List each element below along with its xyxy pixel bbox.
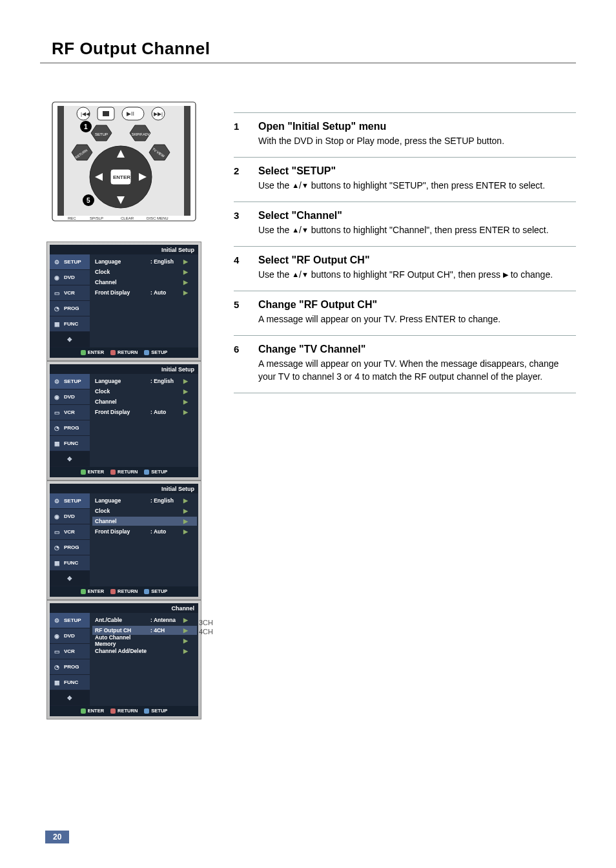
- osd-tab-label: DVD: [64, 394, 75, 400]
- osd-tab-label: SETUP: [64, 498, 81, 504]
- osd-tab-icon: ◔: [52, 543, 61, 552]
- steps-bottom-rule: [234, 393, 576, 393]
- osd-row-label: Front Display: [95, 528, 150, 535]
- osd-tab-label: DVD: [64, 513, 75, 519]
- osd-panel: Initial Setup⚙SETUP◉DVD▭VCR◔PROG▦FUNC✥La…: [46, 361, 201, 480]
- move-icon: ✥: [65, 694, 74, 703]
- step-number: 6: [234, 342, 245, 384]
- osd-footer-enter-icon: [81, 350, 86, 355]
- osd-header: Initial Setup: [50, 364, 198, 374]
- chevron-right-icon: ▶: [181, 518, 188, 524]
- osd-tab-label: VCR: [64, 648, 75, 654]
- spslp-label: SP/SLP: [90, 216, 103, 220]
- osd-tab-icon: ▭: [52, 647, 61, 656]
- osd-footer-enter: ENTER: [81, 708, 104, 714]
- osd-footer-enter: ENTER: [81, 469, 104, 475]
- osd-tab-vcr: ▭VCR: [50, 405, 90, 420]
- osd-row: Language: English▶: [95, 496, 194, 505]
- osd-row-label: Language: [95, 497, 150, 504]
- osd-row: Auto Channel Memory▶: [95, 636, 194, 645]
- osd-row-value: : English: [150, 378, 181, 384]
- osd-tab-label: DVD: [64, 274, 75, 280]
- osd-header: Initial Setup: [50, 245, 198, 254]
- chevron-right-icon: ▶: [181, 398, 188, 405]
- osd-footer-enter-icon: [81, 589, 86, 594]
- next-icon: ▶▶|: [154, 111, 163, 117]
- osd-tab-func: ▦FUNC: [50, 675, 90, 690]
- step-heading: Change "TV Channel": [258, 342, 576, 356]
- up-triangle-icon: ▲: [292, 225, 299, 235]
- osd-footer-setup-label: SETUP: [151, 588, 167, 594]
- osd-row: RF Output CH: 4CH▶: [92, 626, 197, 635]
- step-body: Change "RF Output CH"A message will appe…: [258, 298, 576, 326]
- step-number: 3: [234, 209, 245, 237]
- step: 3Select "Channel"Use the ▲/▼ buttons to …: [234, 202, 576, 246]
- osd-footer-setup-icon: [144, 589, 149, 594]
- osd-tab-label: FUNC: [64, 440, 78, 446]
- osd-footer-enter-label: ENTER: [88, 349, 104, 355]
- osd-footer-return-icon: [110, 350, 116, 355]
- osd-header: Channel: [50, 603, 198, 613]
- osd-tab-label: PROG: [64, 664, 79, 670]
- up-triangle-icon: ▲: [292, 270, 299, 280]
- step: 2Select "SETUP"Use the ▲/▼ buttons to hi…: [234, 157, 576, 202]
- osd-footer-enter: ENTER: [81, 349, 104, 355]
- step-heading: Select "RF Output CH": [258, 253, 576, 267]
- osd-tab-setup: ⚙SETUP: [50, 493, 90, 509]
- osd-tab-setup: ⚙SETUP: [50, 613, 90, 628]
- osd-tab-setup: ⚙SETUP: [50, 254, 90, 270]
- osd-tab-label: VCR: [64, 290, 75, 296]
- osd-footer-return-label: RETURN: [118, 588, 138, 594]
- down-triangle-icon: ▼: [302, 225, 309, 235]
- osd-tab-dvd: ◉DVD: [50, 509, 90, 524]
- osd-footer-setup: SETUP: [144, 469, 167, 475]
- osd-tab-label: FUNC: [64, 560, 78, 566]
- down-triangle-icon: ▼: [302, 270, 309, 280]
- osd-footer-enter-label: ENTER: [88, 708, 104, 714]
- osd-tab-icon: ▦: [52, 559, 61, 568]
- content: |◀◀ ▶II ▶▶| SETUP SKIP/F.ADV RETURN TV V…: [40, 99, 576, 719]
- step-number: 4: [234, 253, 245, 282]
- chevron-right-icon: ▶: [181, 258, 188, 265]
- right-column: 1Open "Initial Setup" menuWith the DVD i…: [234, 99, 576, 719]
- osd-row: Channel▶: [92, 517, 197, 526]
- osd-footer-setup: SETUP: [144, 349, 167, 355]
- osd-footer-setup-icon: [144, 708, 149, 714]
- step-heading: Select "Channel": [258, 209, 576, 223]
- osd-tab-prog: ◔PROG: [50, 540, 90, 555]
- osd-row-label: Language: [95, 258, 150, 265]
- osd-row-label: Front Display: [95, 289, 150, 296]
- osd-footer-return-icon: [110, 470, 116, 475]
- osd-tab-icon: ⚙: [52, 258, 61, 267]
- osd-row-label: RF Output CH: [95, 627, 150, 634]
- osd-footer: ENTERRETURNSETUP: [50, 586, 198, 597]
- osd-footer-return: RETURN: [110, 469, 138, 475]
- play-pause-icon: ▶II: [127, 110, 134, 117]
- step: 4Select "RF Output CH"Use the ▲/▼ button…: [234, 246, 576, 291]
- step-heading: Open "Initial Setup" menu: [258, 119, 576, 134]
- osd-row-label: Channel: [95, 398, 150, 405]
- osd-footer-return-label: RETURN: [118, 349, 138, 355]
- osd-tab-move: ✥: [50, 690, 90, 706]
- step-text: Use the ▲/▼ buttons to highlight "SETUP"…: [258, 180, 576, 192]
- left-column: |◀◀ ▶II ▶▶| SETUP SKIP/F.ADV RETURN TV V…: [40, 99, 208, 719]
- osd-tab-move: ✥: [50, 451, 90, 467]
- rec-label: REC: [68, 216, 76, 220]
- osd-footer-enter: ENTER: [81, 588, 104, 594]
- osd-tab-label: FUNC: [64, 321, 78, 327]
- osd-row-label: Clock: [95, 388, 150, 395]
- osd-tab-dvd: ◉DVD: [50, 389, 90, 405]
- osd-row-label: Ant./Cable: [95, 617, 150, 623]
- osd-row-value: : Auto: [150, 528, 181, 535]
- osd-tab-icon: ▦: [52, 320, 61, 329]
- osd-row-value: : English: [150, 497, 181, 504]
- osd-tab-icon: ▭: [52, 289, 61, 298]
- osd-footer: ENTERRETURNSETUP: [50, 347, 198, 358]
- step-text: A message will appear on your TV. Press …: [258, 313, 576, 326]
- osd-tab-icon: ⚙: [52, 377, 61, 386]
- page: RF Output Channel |◀◀ ▶II ▶▶|: [0, 0, 616, 868]
- osd-tab-prog: ◔PROG: [50, 301, 90, 316]
- osd-panels: Initial Setup⚙SETUP◉DVD▭VCR◔PROG▦FUNC✥La…: [40, 242, 208, 719]
- osd-panel: Channel⚙SETUP◉DVD▭VCR◔PROG▦FUNC✥Ant./Cab…: [46, 600, 201, 719]
- osd-footer: ENTERRETURNSETUP: [50, 467, 198, 477]
